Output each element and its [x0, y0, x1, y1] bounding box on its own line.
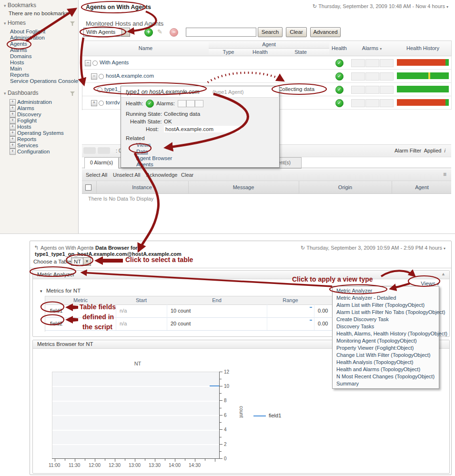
menu-item-monitoring-agent[interactable]: Monitoring Agent (TopologyObject): [333, 337, 439, 344]
advanced-button[interactable]: Advanced: [310, 27, 341, 37]
row-radio[interactable]: [97, 87, 102, 92]
row-name[interactable]: torrdv: [106, 100, 120, 105]
expand-plus-icon[interactable]: +: [10, 142, 16, 149]
expand-plus-icon[interactable]: +: [10, 99, 16, 105]
sidebar-item-main[interactable]: Main: [10, 66, 22, 71]
dropdown-arrow-button[interactable]: ▼: [121, 28, 130, 37]
col-header-end[interactable]: End: [167, 296, 267, 305]
menu-item-create-discovery-task[interactable]: Create Discovery Task: [333, 316, 439, 323]
expand-plus-icon[interactable]: +: [10, 149, 16, 155]
collapse-minus-icon[interactable]: −: [91, 73, 97, 80]
search-input[interactable]: [186, 28, 256, 37]
col-header-metric[interactable]: Metric: [45, 296, 116, 305]
related-views-link[interactable]: Views: [136, 142, 151, 148]
col-header-type[interactable]: Type: [209, 49, 249, 56]
col-header-health-history[interactable]: Health History: [394, 41, 452, 56]
sidebar-item-dash-operating-systems[interactable]: Operating Systems: [17, 130, 64, 136]
menu-item-property-viewer[interactable]: Property Viewer (Foglight:Object): [333, 344, 439, 352]
table-select-arrow-button[interactable]: ▼: [83, 257, 91, 266]
agent-filter-dropdown[interactable]: With Agents: [83, 28, 124, 37]
add-button[interactable]: +: [144, 28, 153, 37]
tab-alarms[interactable]: 0 Alarm(s): [84, 157, 119, 169]
table-row[interactable]: − hostA.example.com: [82, 70, 209, 83]
sidebar-item-domains[interactable]: Domains: [10, 53, 31, 59]
info-icon[interactable]: i: [445, 148, 445, 153]
menu-item-alarm-list-filter[interactable]: Alarm List with Filter (TopologyObject): [333, 302, 439, 309]
col-header-name[interactable]: Name: [82, 41, 209, 56]
row-name[interactable]: hostA.example.com: [106, 73, 154, 79]
sidebar-item-dash-reports[interactable]: Reports: [17, 136, 36, 142]
col-header-agent[interactable]: Agent: [392, 181, 452, 193]
sidebar-item-dash-hosts[interactable]: Hosts: [17, 124, 31, 130]
select-all-button[interactable]: Select All: [86, 172, 107, 178]
row-name[interactable]: With Agents: [100, 60, 129, 65]
menu-item-health-and-alarms[interactable]: Health and Alarms (TopologyObject): [333, 366, 439, 373]
metric-row-cell[interactable]: field2: [45, 317, 116, 331]
menu-item-n-most-recent[interactable]: N Most Recent Changes (TopologyObject): [333, 373, 439, 380]
sidebar-item-dash-alarms[interactable]: Alarms: [17, 105, 34, 111]
sidebar-item-service-operations-console[interactable]: Service Operations Console: [10, 78, 78, 84]
metrics-collapse-icon[interactable]: ▾: [40, 289, 42, 294]
col-header-range[interactable]: Range: [267, 296, 314, 305]
select-all-checkbox[interactable]: [85, 184, 91, 191]
filter-funnel-icon[interactable]: [70, 91, 75, 96]
sidebar-item-dash-foglight[interactable]: Foglight: [17, 118, 37, 123]
sidebar-item-dash-administration[interactable]: Administration: [17, 99, 52, 105]
menu-item-summary[interactable]: Summary: [333, 380, 439, 387]
back-icon[interactable]: ↰: [34, 244, 39, 251]
col-header-instance[interactable]: Instance: [96, 181, 187, 193]
search-button[interactable]: Search: [258, 27, 283, 37]
row-radio[interactable]: [99, 74, 104, 79]
sidebar-item-agents[interactable]: Agents: [10, 41, 27, 47]
menu-item-metric-analyzer[interactable]: Metric Analyzer: [333, 287, 439, 294]
expand-plus-icon[interactable]: +: [10, 136, 16, 142]
expand-plus-icon[interactable]: +: [10, 130, 16, 136]
sidebar-item-reports[interactable]: Reports: [10, 72, 29, 78]
dashboards-section-header[interactable]: ▾ Dashboards: [4, 90, 39, 96]
time-range-selector[interactable]: ↻ Thursday, September 3, 2009 10:59 AM -…: [301, 245, 445, 251]
table-row[interactable]: − With Agents: [82, 56, 209, 70]
menu-item-change-list[interactable]: Change List With Filter (TopologyObject): [333, 352, 439, 359]
col-header-agent-health[interactable]: Health: [248, 49, 273, 56]
clear-alarms-button[interactable]: Clear: [181, 172, 193, 178]
breadcrumb-root[interactable]: Agents on With Agents: [40, 245, 93, 251]
menu-item-health-analysis[interactable]: Health Analysis (TopologyObject): [333, 359, 439, 366]
row-radio[interactable]: [99, 101, 104, 106]
homes-section-header[interactable]: ▾ Homes: [4, 20, 26, 26]
sidebar-item-dash-services[interactable]: Services: [17, 142, 38, 148]
filter-funnel-icon[interactable]: [70, 21, 75, 26]
edit-pencil-icon[interactable]: ✎: [157, 28, 165, 36]
col-header-health[interactable]: Health: [329, 41, 350, 56]
bookmarks-section-header[interactable]: ▾ Bookmarks: [4, 2, 36, 9]
related-agents-link[interactable]: Agents: [136, 162, 153, 167]
acknowledge-button[interactable]: Acknowledge: [146, 172, 177, 178]
expand-plus-icon[interactable]: +: [91, 100, 97, 106]
sidebar-item-about-foglight[interactable]: About Foglight: [10, 29, 45, 34]
sidebar-item-administration[interactable]: Administration: [10, 35, 45, 41]
menu-item-metric-analyzer-detailed[interactable]: Metric Analyzer - Detailed: [333, 294, 439, 302]
col-header-origin[interactable]: Origin: [299, 181, 391, 193]
expand-plus-icon[interactable]: +: [10, 105, 16, 111]
col-header-message[interactable]: Message: [188, 181, 298, 193]
customizer-menu-icon[interactable]: ≡: [443, 171, 446, 178]
row-radio[interactable]: [92, 61, 98, 66]
sidebar-item-hosts[interactable]: Hosts: [10, 60, 24, 65]
expand-plus-icon[interactable]: +: [10, 124, 16, 130]
sidebar-item-dash-discovery[interactable]: Discovery: [17, 111, 41, 117]
sidebar-item-alarms[interactable]: Alarms: [10, 47, 27, 53]
menu-item-alarm-list-no-tabs[interactable]: Alarm List with Filter No Tabs (Topology…: [333, 309, 439, 316]
metric-row-cell[interactable]: field1: [45, 304, 116, 318]
expand-plus-icon[interactable]: +: [10, 111, 16, 118]
col-header-start[interactable]: Start: [116, 296, 167, 305]
remove-button[interactable]: −: [170, 28, 178, 37]
related-data-link[interactable]: Data: [136, 149, 148, 154]
collapse-panel-icon[interactable]: ▲: [441, 272, 445, 276]
sidebar-item-dash-configuration[interactable]: Configuration: [17, 149, 50, 154]
menu-item-discovery-tasks[interactable]: Discovery Tasks: [333, 323, 439, 330]
col-header-alarms[interactable]: Alarms ▾: [349, 41, 395, 56]
expand-plus-icon[interactable]: +: [10, 118, 16, 124]
menu-item-health-alarms-history[interactable]: Health, Alarms, Health History (Topology…: [333, 330, 439, 337]
unselect-all-button[interactable]: Unselect All: [113, 172, 140, 178]
collapse-minus-icon[interactable]: −: [85, 60, 91, 66]
col-header-state[interactable]: State: [272, 49, 330, 56]
